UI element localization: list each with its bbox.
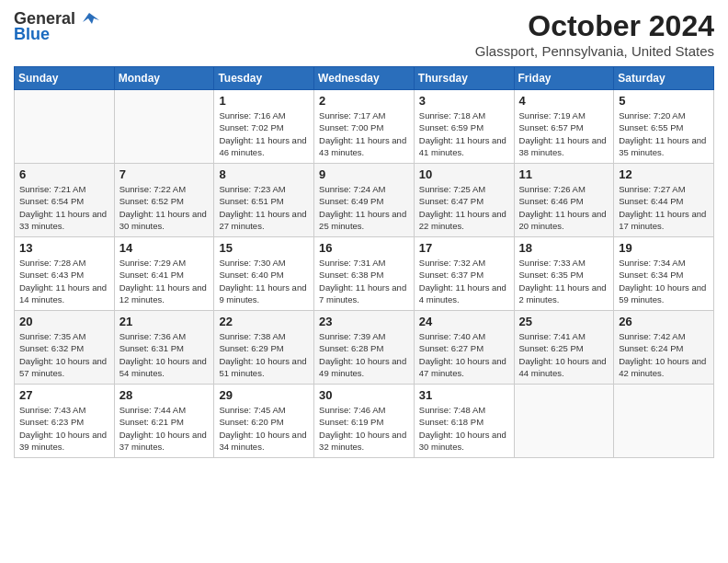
day-number: 27: [19, 388, 109, 402]
day-detail: Sunrise: 7:21 AMSunset: 6:54 PMDaylight:…: [19, 184, 107, 231]
day-number: 18: [519, 241, 609, 255]
calendar-cell: [15, 90, 115, 164]
calendar-cell: 27Sunrise: 7:43 AMSunset: 6:23 PMDayligh…: [15, 385, 115, 458]
weekday-header-tuesday: Tuesday: [214, 67, 314, 90]
calendar-cell: 12Sunrise: 7:27 AMSunset: 6:44 PMDayligh…: [614, 164, 714, 237]
day-detail: Sunrise: 7:35 AMSunset: 6:32 PMDaylight:…: [19, 331, 107, 378]
calendar-cell: 30Sunrise: 7:46 AMSunset: 6:19 PMDayligh…: [314, 385, 415, 458]
day-number: 9: [319, 167, 409, 181]
day-number: 6: [19, 167, 109, 181]
day-number: 19: [619, 241, 709, 255]
day-detail: Sunrise: 7:19 AMSunset: 6:57 PMDaylight:…: [519, 110, 607, 157]
day-number: 2: [319, 94, 409, 108]
day-detail: Sunrise: 7:26 AMSunset: 6:46 PMDaylight:…: [519, 184, 607, 231]
day-detail: Sunrise: 7:24 AMSunset: 6:49 PMDaylight:…: [319, 184, 406, 231]
weekday-header-sunday: Sunday: [15, 67, 115, 90]
day-detail: Sunrise: 7:42 AMSunset: 6:24 PMDaylight:…: [619, 331, 706, 378]
calendar-cell: [114, 90, 214, 164]
day-detail: Sunrise: 7:34 AMSunset: 6:34 PMDaylight:…: [619, 258, 706, 304]
day-number: 4: [519, 94, 609, 108]
logo-blue: Blue: [14, 25, 50, 44]
day-detail: Sunrise: 7:41 AMSunset: 6:25 PMDaylight:…: [519, 331, 607, 378]
calendar-cell: 29Sunrise: 7:45 AMSunset: 6:20 PMDayligh…: [214, 385, 314, 458]
day-number: 12: [619, 167, 709, 181]
day-number: 24: [419, 315, 509, 328]
day-number: 15: [219, 241, 309, 255]
calendar-cell: 1Sunrise: 7:16 AMSunset: 7:02 PMDaylight…: [214, 90, 314, 164]
calendar-cell: 26Sunrise: 7:42 AMSunset: 6:24 PMDayligh…: [614, 311, 714, 385]
day-detail: Sunrise: 7:17 AMSunset: 7:00 PMDaylight:…: [319, 110, 406, 157]
day-detail: Sunrise: 7:36 AMSunset: 6:31 PMDaylight:…: [119, 331, 207, 378]
month-title: October 2024: [475, 9, 714, 43]
day-detail: Sunrise: 7:38 AMSunset: 6:29 PMDaylight:…: [219, 331, 306, 378]
calendar-cell: 18Sunrise: 7:33 AMSunset: 6:35 PMDayligh…: [514, 237, 614, 311]
day-detail: Sunrise: 7:44 AMSunset: 6:21 PMDaylight:…: [119, 405, 207, 452]
calendar-cell: 25Sunrise: 7:41 AMSunset: 6:25 PMDayligh…: [514, 311, 614, 385]
weekday-header-wednesday: Wednesday: [314, 67, 415, 90]
day-detail: Sunrise: 7:43 AMSunset: 6:23 PMDaylight:…: [19, 405, 107, 452]
day-number: 7: [119, 167, 210, 181]
day-number: 22: [219, 315, 309, 328]
calendar-week-row: 1Sunrise: 7:16 AMSunset: 7:02 PMDaylight…: [15, 90, 714, 164]
day-detail: Sunrise: 7:25 AMSunset: 6:47 PMDaylight:…: [419, 184, 506, 231]
day-number: 23: [319, 315, 409, 328]
weekday-header-friday: Friday: [514, 67, 614, 90]
location-title: Glassport, Pennsylvania, United States: [475, 43, 714, 59]
day-number: 1: [219, 94, 309, 108]
calendar-cell: 10Sunrise: 7:25 AMSunset: 6:47 PMDayligh…: [414, 164, 514, 237]
logo-bird-icon: [79, 11, 99, 28]
weekday-header-row: SundayMondayTuesdayWednesdayThursdayFrid…: [15, 67, 714, 90]
day-number: 10: [419, 167, 509, 181]
day-detail: Sunrise: 7:48 AMSunset: 6:18 PMDaylight:…: [419, 405, 506, 452]
day-detail: Sunrise: 7:16 AMSunset: 7:02 PMDaylight:…: [219, 110, 306, 157]
day-detail: Sunrise: 7:29 AMSunset: 6:41 PMDaylight:…: [119, 258, 207, 304]
day-detail: Sunrise: 7:28 AMSunset: 6:43 PMDaylight:…: [19, 258, 107, 304]
svg-marker-0: [83, 13, 99, 24]
weekday-header-thursday: Thursday: [414, 67, 514, 90]
day-detail: Sunrise: 7:27 AMSunset: 6:44 PMDaylight:…: [619, 184, 706, 231]
calendar-cell: 17Sunrise: 7:32 AMSunset: 6:37 PMDayligh…: [414, 237, 514, 311]
calendar-cell: 23Sunrise: 7:39 AMSunset: 6:28 PMDayligh…: [314, 311, 415, 385]
day-detail: Sunrise: 7:22 AMSunset: 6:52 PMDaylight:…: [119, 184, 207, 231]
calendar-cell: 24Sunrise: 7:40 AMSunset: 6:27 PMDayligh…: [414, 311, 514, 385]
day-number: 25: [519, 315, 609, 328]
day-number: 13: [19, 241, 109, 255]
day-detail: Sunrise: 7:30 AMSunset: 6:40 PMDaylight:…: [219, 258, 306, 304]
calendar-cell: 22Sunrise: 7:38 AMSunset: 6:29 PMDayligh…: [214, 311, 314, 385]
day-detail: Sunrise: 7:40 AMSunset: 6:27 PMDaylight:…: [419, 331, 506, 378]
calendar-table: SundayMondayTuesdayWednesdayThursdayFrid…: [14, 66, 714, 458]
calendar-cell: 13Sunrise: 7:28 AMSunset: 6:43 PMDayligh…: [15, 237, 115, 311]
calendar-cell: 28Sunrise: 7:44 AMSunset: 6:21 PMDayligh…: [114, 385, 214, 458]
calendar-week-row: 20Sunrise: 7:35 AMSunset: 6:32 PMDayligh…: [15, 311, 714, 385]
day-number: 8: [219, 167, 309, 181]
calendar-cell: 2Sunrise: 7:17 AMSunset: 7:00 PMDaylight…: [314, 90, 415, 164]
day-number: 21: [119, 315, 210, 328]
calendar-cell: 9Sunrise: 7:24 AMSunset: 6:49 PMDaylight…: [314, 164, 415, 237]
calendar-cell: [614, 385, 714, 458]
day-number: 3: [419, 94, 509, 108]
calendar-week-row: 13Sunrise: 7:28 AMSunset: 6:43 PMDayligh…: [15, 237, 714, 311]
calendar-cell: 21Sunrise: 7:36 AMSunset: 6:31 PMDayligh…: [114, 311, 214, 385]
day-detail: Sunrise: 7:32 AMSunset: 6:37 PMDaylight:…: [419, 258, 506, 304]
day-number: 28: [119, 388, 210, 402]
page-header: General Blue October 2024 Glassport, Pen…: [14, 9, 714, 59]
calendar-week-row: 27Sunrise: 7:43 AMSunset: 6:23 PMDayligh…: [15, 385, 714, 458]
day-detail: Sunrise: 7:23 AMSunset: 6:51 PMDaylight:…: [219, 184, 306, 231]
day-number: 17: [419, 241, 509, 255]
day-number: 20: [19, 315, 109, 328]
calendar-cell: 8Sunrise: 7:23 AMSunset: 6:51 PMDaylight…: [214, 164, 314, 237]
day-detail: Sunrise: 7:33 AMSunset: 6:35 PMDaylight:…: [519, 258, 607, 304]
calendar-week-row: 6Sunrise: 7:21 AMSunset: 6:54 PMDaylight…: [15, 164, 714, 237]
logo: General Blue: [14, 9, 99, 44]
day-detail: Sunrise: 7:20 AMSunset: 6:55 PMDaylight:…: [619, 110, 706, 157]
calendar-cell: 31Sunrise: 7:48 AMSunset: 6:18 PMDayligh…: [414, 385, 514, 458]
day-number: 11: [519, 167, 609, 181]
calendar-cell: 3Sunrise: 7:18 AMSunset: 6:59 PMDaylight…: [414, 90, 514, 164]
calendar-cell: 19Sunrise: 7:34 AMSunset: 6:34 PMDayligh…: [614, 237, 714, 311]
calendar-cell: 16Sunrise: 7:31 AMSunset: 6:38 PMDayligh…: [314, 237, 415, 311]
day-number: 5: [619, 94, 709, 108]
day-detail: Sunrise: 7:18 AMSunset: 6:59 PMDaylight:…: [419, 110, 506, 157]
calendar-cell: 11Sunrise: 7:26 AMSunset: 6:46 PMDayligh…: [514, 164, 614, 237]
day-number: 16: [319, 241, 409, 255]
calendar-cell: 14Sunrise: 7:29 AMSunset: 6:41 PMDayligh…: [114, 237, 214, 311]
